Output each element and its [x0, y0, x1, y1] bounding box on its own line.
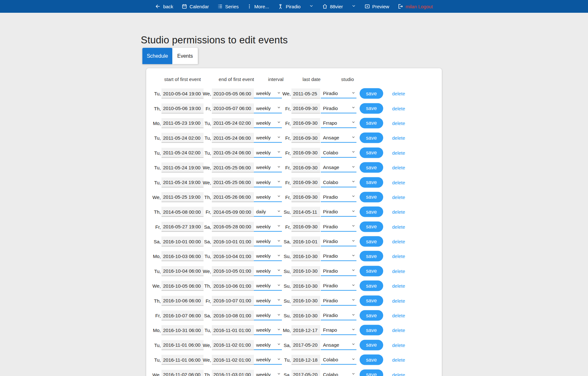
last-date-input[interactable]	[291, 89, 320, 99]
save-button[interactable]: save	[360, 369, 383, 376]
delete-link[interactable]: delete	[392, 224, 405, 229]
studio-select[interactable]: Colabo	[321, 370, 356, 376]
end-datetime-input[interactable]	[212, 251, 254, 261]
delete-link[interactable]: delete	[392, 135, 405, 141]
studio-select[interactable]: Piradio	[321, 296, 356, 305]
save-button[interactable]: save	[360, 310, 383, 321]
studio-select[interactable]: Piradio	[321, 311, 356, 320]
end-datetime-input[interactable]	[212, 311, 254, 321]
last-date-input[interactable]	[291, 103, 320, 113]
studio-select[interactable]: Colabo	[321, 177, 356, 187]
studio-select[interactable]: Piradio	[321, 103, 356, 113]
last-date-input[interactable]	[291, 207, 320, 217]
save-button[interactable]: save	[360, 340, 383, 350]
nav-logout[interactable]: milan Logout	[398, 4, 433, 9]
last-date-input[interactable]	[291, 340, 320, 350]
save-button[interactable]: save	[360, 162, 383, 173]
studio-select[interactable]: Piradio	[321, 89, 356, 98]
delete-link[interactable]: delete	[392, 254, 405, 259]
end-datetime-input[interactable]	[212, 177, 254, 187]
save-button[interactable]: save	[360, 192, 383, 202]
delete-link[interactable]: delete	[392, 283, 405, 289]
save-button[interactable]: save	[360, 236, 383, 247]
delete-link[interactable]: delete	[392, 342, 405, 348]
studio-select[interactable]: Piradio	[321, 192, 356, 201]
studio-select[interactable]: Colabo	[321, 148, 356, 157]
last-date-input[interactable]	[291, 177, 320, 187]
studio-select[interactable]: Frrapo	[321, 325, 356, 335]
delete-link[interactable]: delete	[392, 268, 405, 274]
delete-link[interactable]: delete	[392, 165, 405, 170]
save-button[interactable]: save	[360, 221, 383, 232]
delete-link[interactable]: delete	[392, 120, 405, 126]
last-date-input[interactable]	[291, 325, 320, 335]
delete-link[interactable]: delete	[392, 209, 405, 215]
delete-link[interactable]: delete	[392, 239, 405, 244]
save-button[interactable]: save	[360, 355, 383, 365]
nav-88vier[interactable]: 88vier	[322, 4, 343, 9]
delete-link[interactable]: delete	[392, 298, 405, 303]
save-button[interactable]: save	[360, 177, 383, 188]
nav-more[interactable]: More...	[247, 4, 269, 9]
last-date-input[interactable]	[291, 281, 320, 291]
end-datetime-input[interactable]	[212, 163, 254, 173]
end-datetime-input[interactable]	[212, 222, 254, 232]
last-date-input[interactable]	[291, 163, 320, 173]
studio-select[interactable]: Piradio	[321, 281, 356, 290]
save-button[interactable]: save	[360, 88, 383, 99]
end-datetime-input[interactable]	[212, 325, 254, 335]
delete-link[interactable]: delete	[392, 372, 405, 376]
delete-link[interactable]: delete	[392, 106, 405, 111]
last-date-input[interactable]	[291, 296, 320, 306]
nav-preview[interactable]: Preview	[364, 4, 389, 9]
delete-link[interactable]: delete	[392, 180, 405, 185]
studio-select[interactable]: Piradio	[321, 251, 356, 261]
save-button[interactable]: save	[360, 325, 383, 335]
studio-select[interactable]: Piradio	[321, 237, 356, 246]
end-datetime-input[interactable]	[212, 192, 254, 202]
studio-select[interactable]: Piradio	[321, 222, 356, 231]
end-datetime-input[interactable]	[212, 281, 254, 291]
last-date-input[interactable]	[291, 251, 320, 261]
last-date-input[interactable]	[291, 192, 320, 202]
nav-piradio[interactable]: Piradio	[277, 4, 301, 10]
save-button[interactable]: save	[360, 207, 383, 217]
delete-link[interactable]: delete	[392, 357, 405, 363]
studio-select[interactable]: Ansage	[321, 163, 356, 172]
last-date-input[interactable]	[291, 222, 320, 232]
end-datetime-input[interactable]	[212, 118, 254, 128]
end-datetime-input[interactable]	[212, 89, 254, 99]
station-dropdown-toggle[interactable]	[351, 4, 356, 9]
delete-link[interactable]: delete	[392, 91, 405, 96]
last-date-input[interactable]	[291, 370, 320, 376]
end-datetime-input[interactable]	[212, 355, 254, 365]
last-date-input[interactable]	[291, 355, 320, 365]
delete-link[interactable]: delete	[392, 313, 405, 318]
end-datetime-input[interactable]	[212, 237, 254, 247]
last-date-input[interactable]	[291, 266, 320, 276]
studio-select[interactable]: Frrapo	[321, 118, 356, 127]
end-datetime-input[interactable]	[212, 266, 254, 276]
studio-select[interactable]: Piradio	[321, 207, 356, 216]
end-datetime-input[interactable]	[212, 148, 254, 158]
save-button[interactable]: save	[360, 118, 383, 128]
last-date-input[interactable]	[291, 311, 320, 321]
save-button[interactable]: save	[360, 133, 383, 143]
save-button[interactable]: save	[360, 103, 383, 114]
studio-select[interactable]: Colabo	[321, 355, 356, 364]
piradio-dropdown-toggle[interactable]	[309, 4, 314, 9]
end-datetime-input[interactable]	[212, 340, 254, 350]
tab-events[interactable]: Events	[172, 48, 198, 64]
last-date-input[interactable]	[291, 237, 320, 247]
end-datetime-input[interactable]	[212, 103, 254, 113]
save-button[interactable]: save	[360, 147, 383, 158]
save-button[interactable]: save	[360, 266, 383, 276]
save-button[interactable]: save	[360, 295, 383, 306]
tab-schedule[interactable]: Schedule	[142, 48, 172, 64]
last-date-input[interactable]	[291, 133, 320, 143]
last-date-input[interactable]	[291, 148, 320, 158]
end-datetime-input[interactable]	[212, 370, 254, 376]
end-datetime-input[interactable]	[212, 296, 254, 306]
end-datetime-input[interactable]	[212, 133, 254, 143]
delete-link[interactable]: delete	[392, 328, 405, 333]
